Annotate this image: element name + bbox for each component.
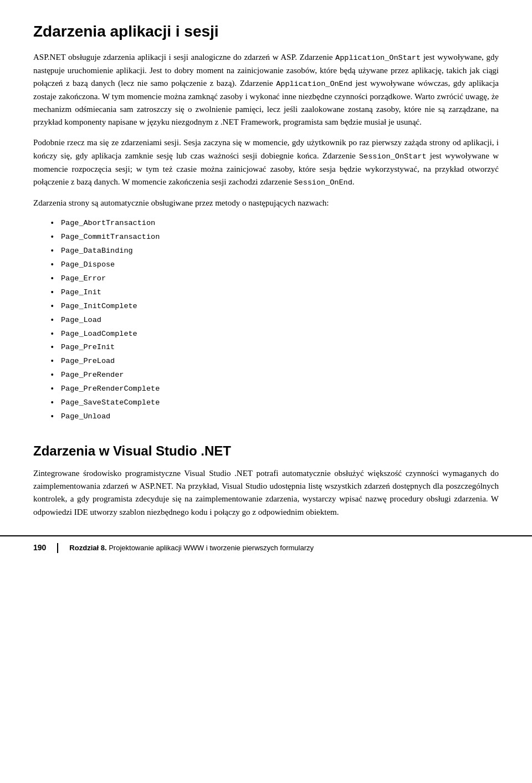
footer: 190 Rozdział 8. Projektowanie aplikacji … (0, 535, 532, 560)
list-item: Page_PreRender (50, 369, 499, 382)
p1-text-start: ASP.NET obsługuje zdarzenia aplikacji i … (33, 53, 335, 62)
footer-chapter: Rozdział 8. Projektowanie aplikacji WWW … (69, 543, 314, 554)
footer-page-number: 190 (33, 542, 46, 554)
paragraph-1: ASP.NET obsługuje zdarzenia aplikacji i … (33, 51, 499, 129)
main-title: Zdarzenia aplikacji i sesji (33, 22, 499, 41)
list-item: Page_InitComplete (50, 300, 499, 313)
list-item: Page_DataBinding (50, 245, 499, 258)
p1-code2: Application_OnEnd (276, 80, 352, 88)
list-item: Page_CommitTransaction (50, 231, 499, 244)
footer-chapter-label: Rozdział 8. (69, 544, 106, 552)
paragraph-2: Podobnie rzecz ma się ze zdarzeniami ses… (33, 136, 499, 188)
list-item: Page_Init (50, 286, 499, 299)
list-item: Page_PreRenderComplete (50, 383, 499, 396)
list-item: Page_Load (50, 314, 499, 327)
page-container: Zdarzenia aplikacji i sesji ASP.NET obsł… (0, 0, 532, 560)
section2-paragraph-1: Zintegrowane środowisko programistyczne … (33, 467, 499, 519)
list-item: Page_PreLoad (50, 355, 499, 368)
list-item: Page_LoadComplete (50, 328, 499, 341)
list-item: Page_Error (50, 273, 499, 285)
p2-text-end: . (352, 177, 355, 186)
list-item: Page_PreInit (50, 341, 499, 354)
events-list: Page_AbortTransactionPage_CommitTransact… (50, 217, 499, 423)
list-item: Page_AbortTransaction (50, 217, 499, 230)
p2-code1: Session_OnStart (359, 152, 427, 161)
list-item: Page_Dispose (50, 259, 499, 272)
footer-chapter-title: Projektowanie aplikacji WWW i tworzenie … (109, 544, 314, 552)
list-item: Page_Unload (50, 411, 499, 423)
footer-divider (57, 543, 58, 553)
p2-code2: Session_OnEnd (294, 178, 352, 187)
paragraph-3: Zdarzenia strony są automatycznie obsług… (33, 197, 499, 209)
p1-code1: Application_OnStart (335, 54, 421, 62)
list-item: Page_SaveStateComplete (50, 397, 499, 410)
section2-title: Zdarzenia w Visual Studio .NET (33, 443, 499, 459)
